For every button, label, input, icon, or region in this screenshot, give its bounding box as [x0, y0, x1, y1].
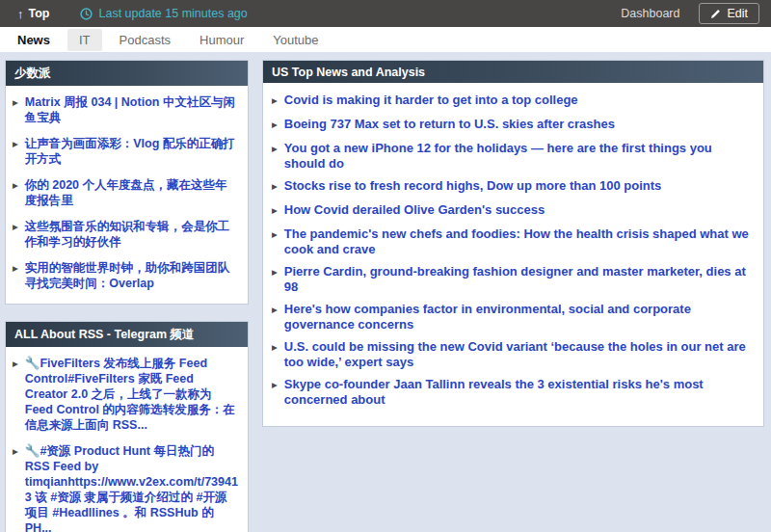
article-link[interactable]: 这些氛围音乐的知识和专辑，会是你工作和学习的好伙伴: [25, 219, 239, 250]
item-arrow-icon: ▶: [13, 95, 18, 111]
left-column: 少数派 ▶ Matrix 周报 034 | Notion 中文社区与闲鱼宝典 ▶…: [5, 60, 249, 532]
feed-item: ▶ Covid is making it harder to get into …: [272, 93, 752, 109]
feed-item: ▶ Skype co-founder Jaan Tallinn reveals …: [272, 377, 752, 407]
article-link[interactable]: U.S. could be missing the new Covid vari…: [284, 339, 752, 369]
article-link[interactable]: Covid is making it harder to get into a …: [284, 93, 578, 108]
dashboard-label[interactable]: Dashboard: [621, 7, 679, 20]
article-link[interactable]: Matrix 周报 034 | Notion 中文社区与闲鱼宝典: [25, 94, 239, 125]
item-arrow-icon: ▶: [272, 118, 278, 133]
tab-news[interactable]: News: [6, 29, 62, 51]
panel-title: US Top News and Analysis: [263, 61, 763, 83]
article-link[interactable]: 🔧FiveFilters 发布线上服务 Feed Control#FiveFil…: [25, 356, 239, 433]
article-link[interactable]: Boeing 737 Max set to return to U.S. ski…: [284, 117, 615, 132]
article-link[interactable]: Here's how companies factor in environme…: [284, 302, 752, 332]
scroll-to-top-button[interactable]: ↑ Top: [17, 7, 49, 20]
item-arrow-icon: ▶: [13, 137, 18, 152]
top-bar: ↑ Top Last update 15 minutes ago Dashboa…: [0, 0, 771, 27]
panel-items: ▶ Covid is making it harder to get into …: [263, 83, 763, 426]
tab-humour[interactable]: Humour: [188, 29, 255, 51]
clock-icon: [80, 8, 93, 20]
feed-item: ▶ How Covid derailed Olive Garden's succ…: [272, 202, 752, 219]
article-link[interactable]: 🔧#资源 Product Hunt 每日热门的 RSS Feed by timq…: [25, 443, 239, 532]
feed-item: ▶ 🔧#资源 Product Hunt 每日热门的 RSS Feed by ti…: [13, 443, 239, 532]
tab-it[interactable]: IT: [67, 29, 102, 51]
item-arrow-icon: ▶: [272, 179, 278, 195]
item-arrow-icon: ▶: [13, 357, 18, 372]
feed-item: ▶ U.S. could be missing the new Covid va…: [272, 339, 752, 369]
feed-item: ▶ 实用的智能世界时钟，助你和跨国团队寻找完美时间：Overlap: [13, 260, 239, 291]
article-link[interactable]: You got a new iPhone 12 for the holidays…: [284, 141, 752, 171]
item-arrow-icon: ▶: [13, 178, 18, 194]
feed-item: ▶ Matrix 周报 034 | Notion 中文社区与闲鱼宝典: [13, 94, 239, 125]
feed-panel-sspai: 少数派 ▶ Matrix 周报 034 | Notion 中文社区与闲鱼宝典 ▶…: [5, 60, 249, 305]
article-link[interactable]: How Covid derailed Olive Garden's succes…: [284, 202, 545, 218]
article-link[interactable]: 让声音为画面添彩：Vlog 配乐的正确打开方式: [25, 136, 239, 167]
edit-button[interactable]: Edit: [699, 3, 759, 24]
panel-title: ALL About RSS - Telegram 频道: [6, 322, 248, 347]
article-link[interactable]: Stocks rise to fresh record highs, Dow u…: [284, 178, 662, 194]
feed-item: ▶ Pierre Cardin, ground-breaking fashion…: [272, 264, 752, 294]
tab-youtube[interactable]: Youtube: [261, 29, 330, 51]
item-arrow-icon: ▶: [272, 93, 278, 109]
article-link[interactable]: Skype co-founder Jaan Tallinn reveals th…: [284, 377, 752, 407]
feed-panel-allaboutrss: ALL About RSS - Telegram 频道 ▶ 🔧FiveFilte…: [5, 321, 249, 532]
feed-item: ▶ 🔧FiveFilters 发布线上服务 Feed Control#FiveF…: [13, 356, 239, 433]
item-arrow-icon: ▶: [272, 203, 278, 219]
feed-item: ▶ Boeing 737 Max set to return to U.S. s…: [272, 117, 752, 133]
item-arrow-icon: ▶: [13, 261, 18, 277]
item-arrow-icon: ▶: [272, 378, 278, 393]
article-link[interactable]: 你的 2020 个人年度盘点，藏在这些年度报告里: [25, 177, 239, 208]
up-arrow-icon: ↑: [17, 8, 24, 20]
feed-item: ▶ Stocks rise to fresh record highs, Dow…: [272, 178, 752, 195]
last-update-status: Last update 15 minutes ago: [80, 7, 247, 20]
item-arrow-icon: ▶: [13, 444, 18, 460]
category-tabbar: News IT Podcasts Humour Youtube: [0, 27, 771, 52]
feed-item: ▶ 这些氛围音乐的知识和专辑，会是你工作和学习的好伙伴: [13, 219, 239, 250]
right-column: US Top News and Analysis ▶ Covid is maki…: [262, 60, 764, 427]
last-update-text: Last update 15 minutes ago: [98, 7, 247, 20]
feed-item: ▶ 让声音为画面添彩：Vlog 配乐的正确打开方式: [13, 136, 239, 167]
panel-title: 少数派: [6, 61, 248, 86]
item-arrow-icon: ▶: [272, 265, 278, 280]
item-arrow-icon: ▶: [272, 142, 278, 157]
feed-item: ▶ The pandemic's new chefs and foodies: …: [272, 226, 752, 256]
feed-item: ▶ 你的 2020 个人年度盘点，藏在这些年度报告里: [13, 177, 239, 208]
item-arrow-icon: ▶: [272, 340, 278, 356]
item-arrow-icon: ▶: [13, 220, 18, 235]
item-arrow-icon: ▶: [272, 227, 278, 243]
panel-items: ▶ Matrix 周报 034 | Notion 中文社区与闲鱼宝典 ▶ 让声音…: [6, 86, 248, 304]
feed-panel-usnews: US Top News and Analysis ▶ Covid is maki…: [262, 60, 764, 427]
dashboard-content: 少数派 ▶ Matrix 周报 034 | Notion 中文社区与闲鱼宝典 ▶…: [0, 52, 771, 532]
panel-items: ▶ 🔧FiveFilters 发布线上服务 Feed Control#FiveF…: [6, 347, 248, 532]
pencil-icon: [710, 9, 721, 19]
article-link[interactable]: The pandemic's new chefs and foodies: Ho…: [284, 226, 752, 256]
feed-item: ▶ You got a new iPhone 12 for the holida…: [272, 141, 752, 171]
edit-button-label: Edit: [727, 7, 748, 20]
feed-item: ▶ Here's how companies factor in environ…: [272, 302, 752, 332]
top-button-label: Top: [29, 7, 50, 20]
tab-podcasts[interactable]: Podcasts: [108, 29, 182, 51]
article-link[interactable]: 实用的智能世界时钟，助你和跨国团队寻找完美时间：Overlap: [25, 260, 239, 291]
item-arrow-icon: ▶: [272, 303, 278, 318]
article-link[interactable]: Pierre Cardin, ground-breaking fashion d…: [284, 264, 752, 294]
